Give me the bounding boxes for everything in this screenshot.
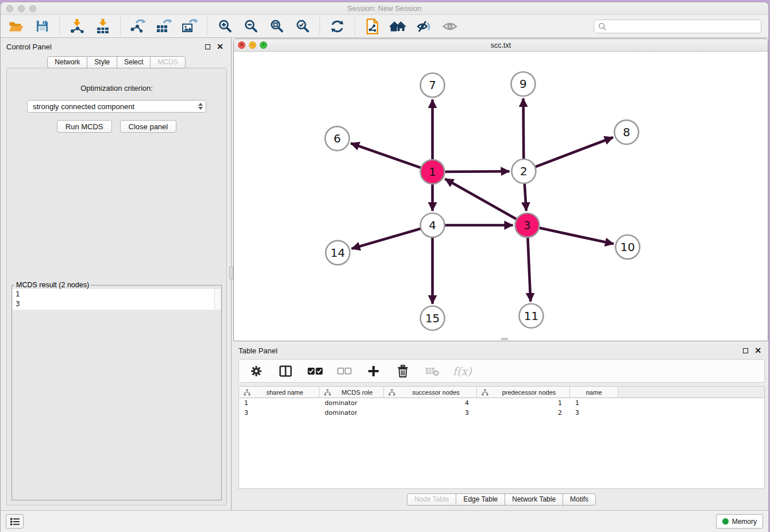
graph-node-1[interactable]: 1: [421, 160, 445, 184]
cell-mcds-role[interactable]: dominator: [319, 399, 384, 407]
delete-rows-icon[interactable]: [394, 363, 411, 380]
graph-node-15[interactable]: 15: [421, 306, 445, 330]
cell-predecessor-nodes[interactable]: 2: [477, 409, 570, 417]
graph-node-3[interactable]: 3: [515, 213, 539, 237]
status-bar: Memory: [1, 510, 768, 532]
column-header-name[interactable]: name: [570, 387, 618, 398]
column-header-predecessor-nodes[interactable]: predecessor nodes: [477, 387, 570, 398]
cell-shared-name[interactable]: 1: [239, 399, 319, 407]
column-header-successor-nodes[interactable]: successor nodes: [384, 387, 477, 398]
table-row[interactable]: 3dominator323: [239, 408, 764, 418]
cell-name[interactable]: 1: [570, 399, 618, 407]
column-header-shared-name[interactable]: shared name: [239, 387, 319, 398]
graph-node-9[interactable]: 9: [511, 72, 535, 96]
zoom-selected-icon[interactable]: [294, 18, 311, 35]
mcds-result-list[interactable]: 13: [13, 289, 214, 310]
tab-select[interactable]: Select: [117, 56, 151, 68]
show-columns-icon[interactable]: [277, 363, 294, 380]
export-network-icon[interactable]: [129, 18, 147, 35]
import-table-icon[interactable]: [94, 18, 111, 35]
cell-predecessor-nodes[interactable]: 1: [477, 399, 570, 407]
run-mcds-button[interactable]: Run MCDS: [57, 120, 112, 133]
first-neighbors-icon[interactable]: [390, 18, 407, 35]
network-canvas[interactable]: 7968124314101511: [234, 52, 768, 341]
column-header-mcds-role[interactable]: MCDS role: [319, 387, 384, 398]
graph-node-11[interactable]: 11: [519, 304, 543, 328]
graph-node-label: 4: [429, 218, 436, 232]
zoom-out-icon[interactable]: [242, 18, 259, 35]
tab-style[interactable]: Style: [87, 56, 117, 68]
close-window-button[interactable]: [6, 5, 13, 12]
export-table-icon[interactable]: [155, 18, 172, 35]
table-tab-network-table[interactable]: Network Table: [505, 494, 563, 506]
cell-shared-name[interactable]: 3: [239, 409, 319, 417]
memory-button[interactable]: Memory: [716, 514, 763, 529]
cell-name[interactable]: 3: [570, 409, 618, 417]
panel-splitter[interactable]: [229, 38, 233, 510]
save-session-icon[interactable]: [33, 18, 51, 35]
add-row-icon[interactable]: [365, 363, 382, 380]
close-panel-icon[interactable]: ✕: [217, 44, 224, 49]
graph-node-2[interactable]: 2: [511, 159, 536, 183]
table-toolbar: f(x): [238, 359, 765, 383]
result-scrollbar[interactable]: [214, 289, 221, 310]
toolbar-separator: [59, 18, 60, 35]
deselect-all-icon[interactable]: [336, 363, 353, 380]
graph-node-14[interactable]: 14: [326, 241, 350, 265]
new-network-from-selection-icon[interactable]: [364, 18, 381, 35]
search-input[interactable]: [609, 22, 757, 30]
minimize-window-button[interactable]: [18, 5, 25, 12]
tab-mcds[interactable]: MCDS: [150, 56, 185, 68]
graph-node-label: 2: [520, 164, 528, 178]
cell-successor-nodes[interactable]: 3: [384, 409, 477, 417]
table-tab-edge-table[interactable]: Edge Table: [456, 494, 505, 506]
cell-mcds-role[interactable]: dominator: [319, 409, 384, 417]
hide-selected-icon[interactable]: [415, 18, 433, 35]
graph-node-8[interactable]: 8: [614, 120, 638, 144]
graph-edge-2-8[interactable]: [523, 137, 613, 171]
network-close-icon[interactable]: ✕: [238, 41, 245, 49]
close-panel-button[interactable]: Close panel: [120, 120, 177, 133]
open-session-icon[interactable]: [7, 18, 25, 35]
mcds-result-item: 3: [16, 299, 211, 309]
select-all-icon[interactable]: [306, 363, 324, 380]
float-table-panel-icon[interactable]: [743, 348, 748, 353]
splitter-grip[interactable]: [229, 267, 233, 279]
graph-edge-1-6[interactable]: [351, 143, 432, 172]
main-area: Control Panel ✕ NetworkStyleSelectMCDS O…: [1, 38, 768, 510]
graph-node-4[interactable]: 4: [421, 213, 445, 237]
graph-node-label: 8: [623, 125, 630, 139]
right-column: ✕ − + scc.txt 7968124314101511 Table Pan…: [233, 38, 768, 510]
refresh-layout-icon[interactable]: [329, 18, 346, 35]
graph-edge-3-1[interactable]: [445, 179, 527, 225]
export-image-icon[interactable]: [181, 18, 198, 35]
tab-network[interactable]: Network: [47, 56, 87, 68]
table-tab-motifs[interactable]: Motifs: [563, 494, 596, 506]
show-all-icon: [441, 18, 459, 35]
cell-successor-nodes[interactable]: 4: [384, 399, 477, 407]
graph-node-7[interactable]: 7: [421, 73, 445, 97]
table-settings-icon[interactable]: [248, 363, 265, 380]
task-history-button[interactable]: [6, 514, 24, 529]
zoom-in-icon[interactable]: [216, 18, 233, 35]
canvas-splitter-grip[interactable]: [501, 338, 508, 340]
criterion-selected-value: strongly connected component: [33, 102, 134, 111]
graph-node-6[interactable]: 6: [325, 126, 349, 151]
table-row[interactable]: 1dominator411: [239, 398, 764, 408]
criterion-select[interactable]: strongly connected component: [27, 100, 206, 113]
float-panel-icon[interactable]: [205, 44, 210, 49]
import-network-icon[interactable]: [68, 18, 86, 35]
network-minimize-icon[interactable]: −: [249, 41, 256, 49]
graph-edge-3-10[interactable]: [527, 225, 613, 244]
column-namespace-icon: [388, 389, 395, 396]
network-window-title: scc.txt: [491, 41, 511, 49]
network-zoom-icon[interactable]: +: [260, 41, 267, 49]
graph-node-label: 1: [429, 165, 436, 179]
table-tab-node-table[interactable]: Node Table: [407, 494, 457, 506]
mcds-result-item: 1: [16, 290, 211, 299]
zoom-fit-icon[interactable]: [268, 18, 285, 35]
task-list-icon: [10, 518, 20, 526]
zoom-window-button[interactable]: [29, 5, 36, 12]
graph-node-10[interactable]: 10: [615, 235, 640, 259]
close-table-panel-icon[interactable]: ✕: [754, 348, 761, 353]
